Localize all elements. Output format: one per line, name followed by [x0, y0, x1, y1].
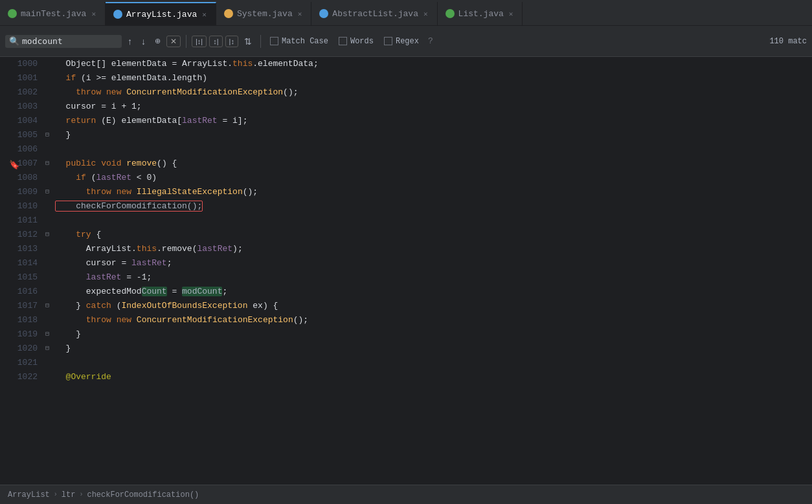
table-row: 1005⊟ }: [8, 128, 812, 142]
search-select-occurrences-btn2[interactable]: ↕|: [209, 36, 222, 47]
search-clear-button[interactable]: ✕: [166, 36, 181, 47]
table-row: 1015 lastRet = -1;: [8, 270, 812, 285]
tab-close-AbstractList[interactable]: ✕: [422, 9, 429, 19]
table-row: 1017⊟ } catch (IndexOutOfBoundsException…: [8, 299, 812, 313]
table-row: 1018 throw new ConcurrentModificationExc…: [8, 313, 812, 327]
status-part3: checkForComodification(): [87, 490, 199, 499]
match-case-label: Match Case: [282, 37, 328, 46]
tab-List[interactable]: List.java ✕: [438, 2, 523, 25]
status-chevron2: ›: [79, 491, 83, 498]
tab-label-ArrayList: ArrayList.java: [126, 10, 197, 19]
table-row: 1003 cursor = i + 1;: [8, 100, 812, 114]
search-filter-button[interactable]: ⇅: [241, 35, 255, 48]
table-row: 1019⊟ }: [8, 327, 812, 342]
tab-label-System: System.java: [237, 9, 293, 19]
regex-label: Regex: [396, 37, 419, 46]
table-row: 1011: [8, 214, 812, 228]
tab-mainTest[interactable]: mainTest.java ✕: [0, 2, 106, 25]
match-count: 110 matc: [769, 37, 807, 46]
table-row: 1016 expectedModCount = modCount;: [8, 285, 812, 299]
search-separator2: [260, 35, 261, 48]
tab-icon-ArrayList: [113, 10, 122, 19]
table-row: 1000 Object[] elementData = ArrayList.th…: [8, 57, 812, 71]
words-label: Words: [350, 37, 374, 46]
regex-option[interactable]: Regex: [380, 36, 423, 47]
status-chevron1: ›: [54, 491, 58, 498]
code-content[interactable]: 1000 Object[] elementData = ArrayList.th…: [0, 57, 812, 485]
search-next-button[interactable]: ↓: [138, 35, 149, 48]
tab-AbstractList[interactable]: AbstractList.java ✕: [311, 2, 437, 25]
search-all-button[interactable]: ⊕: [152, 36, 164, 47]
regex-checkbox[interactable]: [384, 37, 392, 45]
table-row: 1020⊟ }: [8, 342, 812, 356]
match-case-checkbox[interactable]: [270, 37, 278, 45]
tab-icon-mainTest: [8, 9, 17, 18]
search-bar: 🔍 ↑ ↓ ⊕ ✕ |↕| ↕| |↕ ⇅ Match Case Words R…: [0, 26, 812, 57]
table-row: 1022 @Override: [8, 370, 812, 384]
tab-icon-AbstractList: [319, 9, 328, 18]
status-bar: ArrayList › ltr › checkForComodification…: [0, 485, 812, 504]
table-row: 1012⊟ try {: [8, 228, 812, 242]
tab-label-mainTest: mainTest.java: [21, 9, 86, 19]
table-row: 1001 if (i >= elementData.length): [8, 71, 812, 85]
tab-close-System[interactable]: ✕: [297, 9, 304, 19]
tab-icon-List: [445, 9, 455, 18]
search-input[interactable]: [22, 36, 106, 46]
table-row: 1006: [8, 142, 812, 157]
status-part2: ltr: [62, 490, 76, 499]
search-select-all-occurrences[interactable]: |↕|: [192, 36, 207, 47]
tab-icon-System: [224, 9, 233, 18]
editor-area: 1000 Object[] elementData = ArrayList.th…: [0, 57, 812, 485]
search-icon: 🔍: [9, 36, 19, 47]
search-input-wrapper: 🔍: [5, 35, 122, 48]
table-row: 1014 cursor = lastRet;: [8, 256, 812, 270]
table-row: 1002 throw new ConcurrentModificationExc…: [8, 85, 812, 100]
match-case-option[interactable]: Match Case: [266, 36, 332, 47]
status-path: ArrayList: [8, 490, 50, 499]
table-row: 1013 ArrayList.this.remove(lastRet);: [8, 242, 812, 256]
table-row: 1010 checkForComodification();: [8, 199, 812, 214]
table-row: 1008 if (lastRet < 0): [8, 171, 812, 185]
search-separator: [186, 35, 186, 48]
tab-bar: mainTest.java ✕ ArrayList.java ✕ System.…: [0, 0, 812, 26]
table-row: 1004 return (E) elementData[lastRet = i]…: [8, 114, 812, 128]
search-select-occurrences-btn3[interactable]: |↕: [225, 36, 238, 47]
search-help-icon[interactable]: ?: [428, 36, 433, 46]
search-prev-button[interactable]: ↑: [124, 35, 135, 48]
tab-System[interactable]: System.java ✕: [216, 2, 311, 25]
table-row: 1021: [8, 356, 812, 370]
table-row: 🔖1007⊟ public void remove() {: [8, 157, 812, 171]
tab-label-AbstractList: AbstractList.java: [332, 9, 418, 19]
words-checkbox[interactable]: [339, 37, 347, 45]
tab-close-mainTest[interactable]: ✕: [90, 9, 97, 19]
table-row: 1009⊟ throw new IllegalStateException();: [8, 185, 812, 199]
tab-close-List[interactable]: ✕: [508, 9, 515, 19]
words-option[interactable]: Words: [335, 36, 378, 47]
tab-close-ArrayList[interactable]: ✕: [201, 10, 208, 19]
tab-label-List: List.java: [458, 9, 504, 19]
tab-ArrayList[interactable]: ArrayList.java ✕: [106, 2, 216, 25]
